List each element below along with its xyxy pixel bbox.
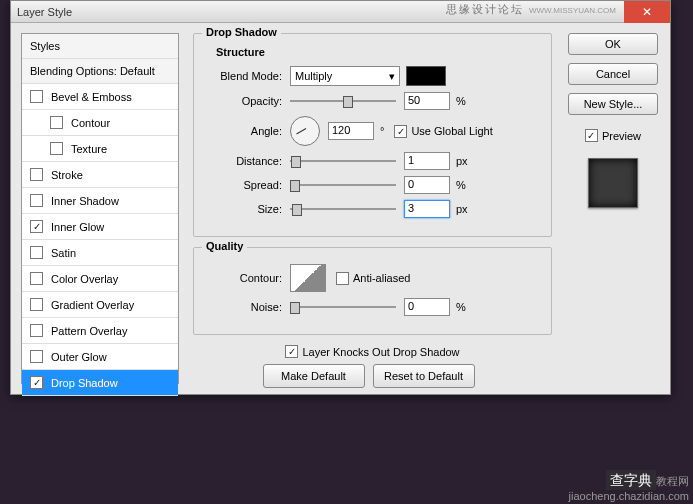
page-watermark: 查字典教程网 jiaocheng.chazidian.com	[569, 472, 689, 502]
spread-field[interactable]: 0	[404, 176, 450, 194]
opacity-label: Opacity:	[206, 95, 282, 107]
global-light-checkbox[interactable]	[394, 125, 407, 138]
watermark-text: 思缘设计论坛 WWW.MISSYUAN.COM	[446, 2, 616, 17]
sidebar-checkbox[interactable]	[30, 350, 43, 363]
layer-style-dialog: Layer Style 思缘设计论坛 WWW.MISSYUAN.COM ✕ St…	[10, 0, 671, 395]
sidebar-checkbox[interactable]	[30, 324, 43, 337]
angle-label: Angle:	[206, 125, 282, 137]
sidebar-item-label: Contour	[71, 117, 110, 129]
sidebar-blending-header[interactable]: Blending Options: Default	[22, 59, 178, 84]
noise-label: Noise:	[206, 301, 282, 313]
opacity-slider[interactable]	[290, 94, 396, 108]
cancel-button[interactable]: Cancel	[568, 63, 658, 85]
sidebar-checkbox[interactable]	[30, 168, 43, 181]
distance-label: Distance:	[206, 155, 282, 167]
sidebar-item-inner-shadow[interactable]: Inner Shadow	[22, 188, 178, 214]
sidebar-item-label: Stroke	[51, 169, 83, 181]
sidebar-checkbox[interactable]	[30, 272, 43, 285]
sidebar-checkbox[interactable]	[50, 142, 63, 155]
sidebar-item-label: Bevel & Emboss	[51, 91, 132, 103]
chevron-down-icon: ▾	[389, 70, 395, 83]
angle-dial[interactable]	[290, 116, 320, 146]
distance-slider[interactable]	[290, 154, 396, 168]
ok-button[interactable]: OK	[568, 33, 658, 55]
sidebar-item-label: Outer Glow	[51, 351, 107, 363]
size-label: Size:	[206, 203, 282, 215]
settings-panel: Drop Shadow Structure Blend Mode: Multip…	[189, 33, 556, 384]
sidebar-item-satin[interactable]: Satin	[22, 240, 178, 266]
quality-group: Quality Contour: Anti-aliased Noise: 0 %	[193, 247, 552, 335]
shadow-color-swatch[interactable]	[406, 66, 446, 86]
sidebar-item-label: Gradient Overlay	[51, 299, 134, 311]
spread-label: Spread:	[206, 179, 282, 191]
sidebar-checkbox[interactable]	[30, 246, 43, 259]
sidebar-checkbox[interactable]	[30, 298, 43, 311]
sidebar-item-label: Satin	[51, 247, 76, 259]
sidebar-checkbox[interactable]	[30, 90, 43, 103]
sidebar-checkbox[interactable]	[30, 220, 43, 233]
knockout-checkbox[interactable]	[285, 345, 298, 358]
structure-subtitle: Structure	[216, 46, 539, 58]
sidebar-item-bevel-emboss[interactable]: Bevel & Emboss	[22, 84, 178, 110]
antialiased-checkbox[interactable]	[336, 272, 349, 285]
blend-mode-select[interactable]: Multiply ▾	[290, 66, 400, 86]
spread-slider[interactable]	[290, 178, 396, 192]
sidebar-item-contour[interactable]: Contour	[22, 110, 178, 136]
opacity-field[interactable]: 50	[404, 92, 450, 110]
size-slider[interactable]	[290, 202, 396, 216]
sidebar-item-gradient-overlay[interactable]: Gradient Overlay	[22, 292, 178, 318]
close-button[interactable]: ✕	[624, 1, 670, 23]
size-field[interactable]: 3	[404, 200, 450, 218]
preview-checkbox[interactable]	[585, 129, 598, 142]
sidebar-item-label: Pattern Overlay	[51, 325, 127, 337]
preview-thumbnail	[588, 158, 638, 208]
structure-group: Drop Shadow Structure Blend Mode: Multip…	[193, 33, 552, 237]
window-title: Layer Style	[17, 6, 72, 18]
contour-label: Contour:	[206, 272, 282, 284]
sidebar-styles-header[interactable]: Styles	[22, 34, 178, 59]
sidebar-item-pattern-overlay[interactable]: Pattern Overlay	[22, 318, 178, 344]
sidebar-checkbox[interactable]	[50, 116, 63, 129]
contour-picker[interactable]	[290, 264, 326, 292]
distance-field[interactable]: 1	[404, 152, 450, 170]
noise-slider[interactable]	[290, 300, 396, 314]
new-style-button[interactable]: New Style...	[568, 93, 658, 115]
sidebar-item-outer-glow[interactable]: Outer Glow	[22, 344, 178, 370]
knockout-label: Layer Knocks Out Drop Shadow	[302, 346, 459, 358]
sidebar-item-label: Drop Shadow	[51, 377, 118, 389]
sidebar-item-label: Color Overlay	[51, 273, 118, 285]
angle-field[interactable]: 120	[328, 122, 374, 140]
preview-label: Preview	[602, 130, 641, 142]
antialiased-label: Anti-aliased	[353, 272, 410, 284]
panel-title: Drop Shadow	[202, 26, 281, 38]
blend-mode-label: Blend Mode:	[206, 70, 282, 82]
sidebar-item-label: Texture	[71, 143, 107, 155]
effects-sidebar: Styles Blending Options: Default Bevel &…	[21, 33, 179, 384]
sidebar-item-label: Inner Glow	[51, 221, 104, 233]
title-bar[interactable]: Layer Style 思缘设计论坛 WWW.MISSYUAN.COM ✕	[11, 1, 670, 23]
noise-field[interactable]: 0	[404, 298, 450, 316]
sidebar-item-drop-shadow[interactable]: Drop Shadow	[22, 370, 178, 396]
sidebar-checkbox[interactable]	[30, 376, 43, 389]
sidebar-item-stroke[interactable]: Stroke	[22, 162, 178, 188]
sidebar-item-texture[interactable]: Texture	[22, 136, 178, 162]
content-area: Styles Blending Options: Default Bevel &…	[11, 23, 670, 394]
make-default-button[interactable]: Make Default	[263, 364, 365, 388]
quality-title: Quality	[202, 240, 247, 252]
right-panel: OK Cancel New Style... Preview	[566, 33, 660, 384]
sidebar-item-color-overlay[interactable]: Color Overlay	[22, 266, 178, 292]
sidebar-checkbox[interactable]	[30, 194, 43, 207]
reset-default-button[interactable]: Reset to Default	[373, 364, 475, 388]
sidebar-item-label: Inner Shadow	[51, 195, 119, 207]
global-light-label: Use Global Light	[411, 125, 492, 137]
sidebar-item-inner-glow[interactable]: Inner Glow	[22, 214, 178, 240]
